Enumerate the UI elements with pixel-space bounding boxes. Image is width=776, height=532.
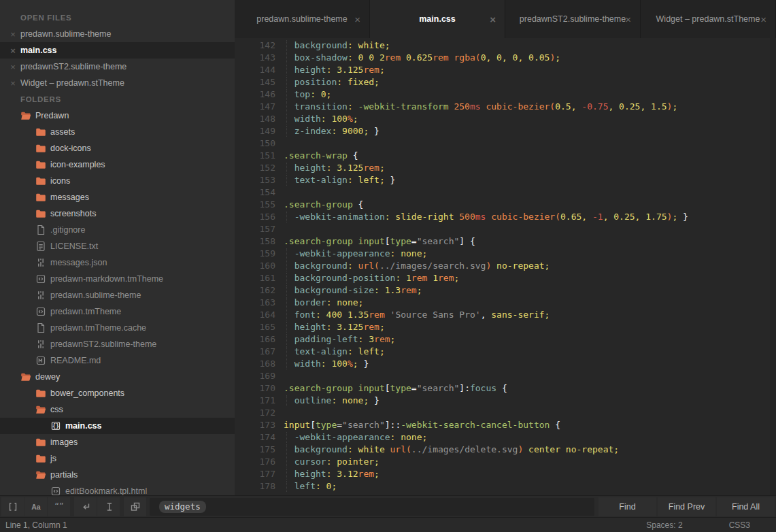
code-editor[interactable]: 142 background: white;143 box-shadow: 0 …: [235, 38, 776, 495]
tree-item-label: js: [50, 454, 56, 463]
code-line-146[interactable]: 146 top: 0;: [235, 88, 776, 101]
find-prev-button[interactable]: Find Prev: [658, 497, 715, 516]
folder-item-partials[interactable]: partials: [0, 467, 235, 483]
find-button[interactable]: Find: [598, 497, 656, 516]
file-item-messages-json[interactable]: messages.json: [0, 254, 235, 271]
code-line-144[interactable]: 144 height: 3.125rem;: [235, 64, 776, 76]
folder-item-icons[interactable]: icons: [0, 173, 235, 189]
folder-item-messages[interactable]: messages: [0, 189, 235, 205]
tab-predawn-sublime-theme[interactable]: predawn.sublime-theme×: [235, 0, 370, 38]
file-item-license-txt[interactable]: LICENSE.txt: [0, 238, 235, 254]
code-line-162[interactable]: 162 background-size: 1.3rem;: [235, 284, 776, 297]
code-line-172[interactable]: 172: [235, 407, 776, 419]
close-icon[interactable]: ×: [6, 62, 20, 72]
file-item-predawn-markdown-tmtheme[interactable]: predawn-markdown.tmTheme: [0, 271, 235, 287]
code-line-174[interactable]: 174 -webkit-appearance: none;: [235, 431, 776, 444]
folder-item-bower-components[interactable]: bower_components: [0, 385, 235, 401]
indent-guide: [286, 322, 287, 333]
code-line-170[interactable]: 170.search-group input[type="search"]:fo…: [235, 382, 776, 395]
line-number: 173: [235, 419, 284, 431]
file-item-gitignore[interactable]: .gitignore: [0, 222, 235, 238]
code-line-163[interactable]: 163 border: none;: [235, 297, 776, 309]
close-icon[interactable]: ×: [6, 78, 20, 88]
open-file-predawn-sublime-theme[interactable]: ×predawn.sublime-theme: [0, 26, 235, 42]
code-line-152[interactable]: 152 height: 3.125rem;: [235, 162, 776, 174]
code-line-166[interactable]: 166 padding-left: 3rem;: [235, 333, 776, 346]
code-line-168[interactable]: 168 width: 100%; }: [235, 358, 776, 370]
indent-guide: [286, 40, 287, 51]
tab-predawnst2-sublime-theme[interactable]: predawnST2.sublime-theme×: [505, 0, 641, 38]
file-item-predawn-tmtheme-cache[interactable]: predawn.tmTheme.cache: [0, 320, 235, 336]
highlight-matches-toggle[interactable]: [124, 497, 146, 516]
code-line-149[interactable]: 149 z-index: 9000; }: [235, 125, 776, 137]
close-icon[interactable]: ×: [6, 29, 20, 39]
code-line-155[interactable]: 155.search-group {: [235, 199, 776, 211]
code-line-171[interactable]: 171 outline: none; }: [235, 395, 776, 407]
code-line-165[interactable]: 165 height: 3.125rem;: [235, 321, 776, 333]
code-line-175[interactable]: 175 background: white url(../images/dele…: [235, 444, 776, 456]
code-line-142[interactable]: 142 background: white;: [235, 39, 776, 52]
code-line-147[interactable]: 147 transition: -webkit-transform 250ms …: [235, 101, 776, 113]
code-line-169[interactable]: 169: [235, 370, 776, 382]
code-line-150[interactable]: 150: [235, 137, 776, 150]
file-item-predawn-tmtheme[interactable]: predawn.tmTheme: [0, 303, 235, 320]
code-line-143[interactable]: 143 box-shadow: 0 0 2rem 0.625rem rgba(0…: [235, 52, 776, 64]
indent-setting[interactable]: Spaces: 2: [646, 520, 682, 530]
code-line-164[interactable]: 164 font: 400 1.35rem 'Source Sans Pro',…: [235, 309, 776, 321]
close-icon[interactable]: ×: [354, 14, 360, 24]
open-file-predawnst2-sublime-theme[interactable]: ×predawnST2.sublime-theme: [0, 59, 235, 75]
code-text: height: 3.125rem;: [284, 162, 776, 174]
code-line-158[interactable]: 158.search-group input[type="search"] {: [235, 235, 776, 248]
code-line-145[interactable]: 145 position: fixed;: [235, 76, 776, 88]
folder-item-dewey[interactable]: dewey: [0, 369, 235, 385]
folder-item-images[interactable]: images: [0, 434, 235, 450]
code-line-178[interactable]: 178 left: 0;: [235, 480, 776, 493]
find-all-button[interactable]: Find All: [717, 497, 775, 516]
wrap-toggle[interactable]: [74, 497, 97, 516]
folder-item-predawn[interactable]: Predawn: [0, 107, 235, 124]
code-line-153[interactable]: 153 text-align: left; }: [235, 174, 776, 186]
code-text: -webkit-appearance: none;: [284, 431, 776, 444]
open-file-widget-predawn-sttheme[interactable]: ×Widget – predawn.stTheme: [0, 75, 235, 91]
code-line-167[interactable]: 167 text-align: left;: [235, 346, 776, 358]
code-line-151[interactable]: 151.search-wrap {: [235, 150, 776, 162]
regex-toggle[interactable]: [1, 497, 24, 516]
code-line-148[interactable]: 148 width: 100%;: [235, 113, 776, 125]
code-line-157[interactable]: 157: [235, 223, 776, 235]
file-item-editbookmark-tpl-html[interactable]: editBookmark.tpl.html: [0, 483, 235, 495]
tab-widget-predawn-sttheme[interactable]: Widget – predawn.stTheme×: [641, 0, 776, 38]
syntax-mode[interactable]: CSS3: [729, 520, 750, 530]
find-toggle-group: [124, 497, 147, 516]
code-line-173[interactable]: 173input[type="search"]::-webkit-search-…: [235, 419, 776, 431]
folder-item-assets[interactable]: assets: [0, 124, 235, 140]
folder-item-screenshots[interactable]: screenshots: [0, 205, 235, 222]
find-input[interactable]: widgets: [150, 498, 594, 516]
code-line-154[interactable]: 154: [235, 186, 776, 199]
file-item-predawn-sublime-theme[interactable]: predawn.sublime-theme: [0, 287, 235, 303]
line-number: 178: [235, 480, 284, 493]
case-sensitive-toggle[interactable]: Aa: [24, 497, 47, 516]
code-line-161[interactable]: 161 background-position: 1rem 1rem;: [235, 272, 776, 284]
code-text: [284, 223, 776, 235]
code-line-159[interactable]: 159 -webkit-appearance: none;: [235, 248, 776, 260]
close-icon[interactable]: ×: [760, 14, 766, 24]
open-file-main-css[interactable]: ×main.css: [0, 42, 235, 59]
folder-item-js[interactable]: js: [0, 450, 235, 467]
folder-item-dock-icons[interactable]: dock-icons: [0, 140, 235, 156]
code-line-156[interactable]: 156 -webkit-animation: slide-right 500ms…: [235, 211, 776, 223]
close-icon[interactable]: ×: [6, 46, 20, 56]
in-selection-toggle[interactable]: [97, 497, 120, 516]
whole-word-toggle[interactable]: “”: [48, 497, 70, 516]
close-icon[interactable]: ×: [490, 14, 496, 24]
folder-item-css[interactable]: css: [0, 401, 235, 418]
tab-main-css[interactable]: main.css×: [370, 0, 505, 38]
code-line-160[interactable]: 160 background: url(../images/search.svg…: [235, 260, 776, 272]
file-item-main-css[interactable]: {}main.css: [0, 418, 235, 434]
close-icon[interactable]: ×: [625, 14, 631, 24]
code-line-177[interactable]: 177 height: 3.12rem;: [235, 468, 776, 480]
file-item-readme-md[interactable]: README.md: [0, 352, 235, 369]
code-line-176[interactable]: 176 cursor: pointer;: [235, 456, 776, 468]
folder-item-icon-examples[interactable]: icon-examples: [0, 156, 235, 173]
file-item-predawnst2-sublime-theme[interactable]: predawnST2.sublime-theme: [0, 336, 235, 352]
editor-scrollbar[interactable]: [770, 38, 776, 495]
